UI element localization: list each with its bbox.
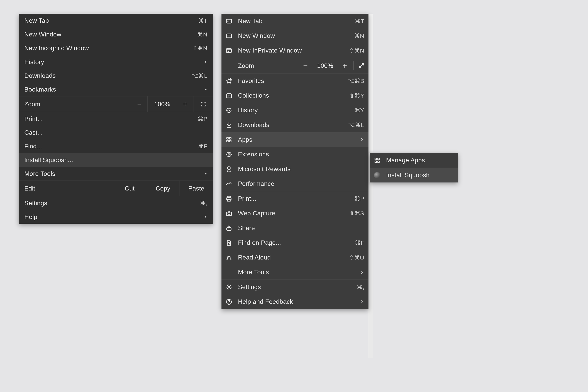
zoom-out-button[interactable]: − — [131, 96, 148, 112]
label: Find on Page... — [238, 239, 342, 246]
label: New Window — [24, 31, 186, 38]
performance-icon — [225, 180, 233, 188]
download-icon — [225, 121, 233, 129]
new-tab-icon — [225, 17, 233, 25]
label: Bookmarks — [24, 86, 202, 93]
submenu-item-install-squoosh[interactable]: Install Squoosh — [370, 168, 458, 182]
menu-item-new-window[interactable]: New Window ⌘N — [19, 28, 213, 41]
menu-item-history[interactable]: History — [19, 55, 213, 69]
edge-main-menu: New Tab ⌘T New Window ⌘N New InPrivate W… — [222, 14, 368, 309]
label: History — [238, 106, 342, 114]
shortcut: ⌘Y — [342, 107, 364, 114]
label: Web Capture — [238, 210, 342, 217]
chevron-right-icon — [202, 88, 207, 91]
label: Help and Feedback — [238, 298, 358, 305]
extensions-icon — [225, 150, 233, 158]
menu-item-favorites[interactable]: Favorites ⌥⌘B — [222, 74, 368, 88]
shortcut: ⌘P — [342, 195, 364, 202]
label: Favorites — [238, 77, 342, 84]
shortcut: ⌘T — [186, 17, 207, 24]
menu-item-help[interactable]: Help and Feedback — [222, 294, 368, 309]
squoosh-icon — [373, 171, 381, 179]
menu-item-cast[interactable]: Cast... — [19, 126, 213, 139]
label: Downloads — [24, 72, 186, 80]
menu-item-extensions[interactable]: Extensions — [222, 147, 368, 162]
label: More Tools — [238, 268, 358, 276]
find-icon — [225, 239, 233, 247]
shortcut: ⌥⌘L — [342, 122, 364, 128]
menu-item-install-app[interactable]: Install Squoosh... — [19, 153, 213, 167]
read-aloud-icon — [225, 254, 233, 262]
cut-button[interactable]: Cut — [113, 181, 146, 196]
zoom-out-button[interactable]: − — [298, 58, 314, 73]
zoom-in-button[interactable]: + — [337, 58, 352, 73]
edge-scrollbar[interactable] — [368, 14, 373, 358]
menu-item-help[interactable]: Help — [19, 210, 213, 224]
menu-item-settings[interactable]: Settings ⌘, — [222, 280, 368, 294]
star-icon — [225, 77, 233, 85]
chevron-right-icon — [202, 172, 207, 175]
label: More Tools — [24, 170, 202, 178]
fullscreen-button[interactable] — [193, 96, 213, 112]
label: Downloads — [238, 121, 342, 128]
menu-item-web-capture[interactable]: Web Capture ⇧⌘S — [222, 206, 368, 221]
menu-item-print[interactable]: Print... ⌘P — [222, 191, 368, 206]
shortcut: ⇧⌘U — [342, 254, 364, 261]
label: New Window — [238, 32, 342, 40]
collections-icon — [225, 92, 233, 100]
chevron-right-icon — [358, 270, 364, 274]
history-icon — [225, 106, 233, 114]
zoom-row: Zoom − 100% + — [19, 96, 213, 112]
copy-button[interactable]: Copy — [146, 181, 180, 196]
menu-item-print[interactable]: Print... ⌘P — [19, 112, 213, 126]
zoom-in-button[interactable]: + — [177, 96, 193, 112]
label: Settings — [24, 200, 186, 207]
label: History — [24, 58, 202, 66]
chevron-right-icon — [358, 300, 364, 304]
menu-item-more-tools[interactable]: More Tools — [222, 265, 368, 280]
window-icon — [225, 32, 233, 40]
label: Find... — [24, 143, 186, 150]
shortcut: ⌘T — [342, 18, 364, 24]
menu-item-downloads[interactable]: Downloads ⌥⌘L — [19, 69, 213, 82]
menu-item-performance[interactable]: Performance — [222, 176, 368, 191]
menu-item-collections[interactable]: Collections ⇧⌘Y — [222, 88, 368, 103]
shortcut: ⌘, — [186, 200, 207, 206]
menu-item-settings[interactable]: Settings ⌘, — [19, 196, 213, 210]
zoom-label: Zoom — [238, 62, 262, 70]
submenu-item-manage-apps[interactable]: Manage Apps — [370, 153, 458, 168]
fullscreen-button[interactable] — [354, 58, 368, 73]
menu-item-new-window[interactable]: New Window ⌘N — [222, 28, 368, 43]
label: Performance — [238, 180, 364, 188]
shortcut: ⌥⌘B — [342, 78, 364, 84]
menu-item-downloads[interactable]: Downloads ⌥⌘L — [222, 118, 368, 132]
rewards-icon — [225, 165, 233, 173]
menu-item-bookmarks[interactable]: Bookmarks — [19, 82, 213, 96]
menu-item-inprivate[interactable]: New InPrivate Window ⇧⌘N — [222, 43, 368, 58]
menu-item-rewards[interactable]: Microsoft Rewards — [222, 162, 368, 176]
label: New Incognito Window — [24, 44, 186, 52]
menu-item-more-tools[interactable]: More Tools — [19, 167, 213, 180]
zoom-value: 100% — [314, 62, 337, 70]
chevron-right-icon — [358, 138, 364, 142]
label: Install Squoosh... — [24, 156, 207, 164]
menu-item-apps[interactable]: Apps — [222, 132, 368, 147]
menu-item-share[interactable]: Share — [222, 221, 368, 236]
chevron-right-icon — [202, 60, 207, 64]
shortcut: ⌘N — [342, 32, 364, 39]
menu-item-read-aloud[interactable]: Read Aloud ⇧⌘U — [222, 250, 368, 265]
menu-item-incognito[interactable]: New Incognito Window ⇧⌘N — [19, 41, 213, 55]
menu-item-find[interactable]: Find on Page... ⌘F — [222, 236, 368, 250]
shortcut: ⌘N — [186, 31, 207, 38]
shortcut: ⇧⌘N — [186, 45, 207, 52]
chrome-main-menu: New Tab ⌘T New Window ⌘N New Incognito W… — [19, 14, 213, 224]
menu-item-find[interactable]: Find... ⌘F — [19, 139, 213, 153]
paste-button[interactable]: Paste — [180, 181, 213, 196]
label: Settings — [238, 284, 342, 291]
menu-item-new-tab[interactable]: New Tab ⌘T — [19, 14, 213, 28]
shortcut: ⌥⌘L — [186, 72, 207, 79]
menu-item-new-tab[interactable]: New Tab ⌘T — [222, 14, 368, 28]
apps-icon — [225, 136, 233, 144]
apps-icon — [373, 156, 381, 164]
menu-item-history[interactable]: History ⌘Y — [222, 103, 368, 118]
